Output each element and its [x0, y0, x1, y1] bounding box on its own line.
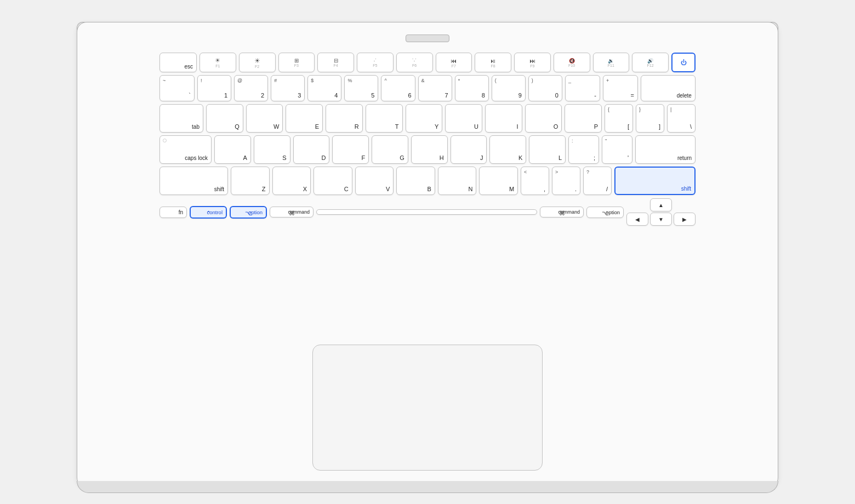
key-quote[interactable]: " '	[602, 135, 632, 164]
key-control[interactable]: ⌃ control	[190, 206, 227, 219]
key-bracketR[interactable]: } ]	[636, 104, 664, 133]
asdf-row: caps lock A S D F G H J K L : ; " '	[159, 135, 696, 164]
key-7[interactable]: & 7	[418, 75, 452, 101]
key-b[interactable]: B	[396, 167, 435, 195]
key-r[interactable]: R	[326, 104, 363, 133]
key-v[interactable]: V	[355, 167, 394, 195]
key-fn[interactable]: fn	[159, 207, 187, 218]
key-f11[interactable]: 🔉 F11	[593, 53, 630, 72]
key-f10[interactable]: 🔇 F10	[554, 53, 590, 72]
key-s[interactable]: S	[254, 135, 290, 164]
keyboard-area: esc ☀ F1 ☀ F2 ⊞ F3 ⊟ F4	[159, 53, 696, 345]
key-8[interactable]: * 8	[455, 75, 489, 101]
key-k[interactable]: K	[489, 135, 526, 164]
key-power[interactable]: ⏻	[671, 53, 696, 72]
arrow-cluster: ▲ ◀ ▼ ▶	[626, 198, 696, 226]
key-space[interactable]	[316, 209, 537, 215]
key-u[interactable]: U	[445, 104, 482, 133]
key-arrow-down[interactable]: ▼	[650, 213, 672, 226]
key-f12[interactable]: 🔊 F12	[632, 53, 669, 72]
laptop-body: esc ☀ F1 ☀ F2 ⊞ F3 ⊟ F4	[77, 22, 778, 488]
key-f9[interactable]: ⏭ F9	[514, 53, 551, 72]
key-0[interactable]: ) 0	[528, 75, 562, 101]
key-n[interactable]: N	[438, 167, 477, 195]
key-a[interactable]: A	[214, 135, 251, 164]
key-command-right[interactable]: ⌘ command	[540, 207, 584, 217]
num-row: ~ ` ! 1 @ 2 # 3 $ 4	[159, 75, 696, 101]
bottom-hinge	[77, 481, 778, 493]
key-g[interactable]: G	[372, 135, 408, 164]
trackpad[interactable]	[312, 345, 543, 471]
key-bracketL[interactable]: { [	[605, 104, 633, 133]
key-x[interactable]: X	[272, 167, 311, 195]
key-arrow-left[interactable]: ◀	[626, 213, 648, 226]
key-4[interactable]: $ 4	[307, 75, 341, 101]
key-z[interactable]: Z	[231, 167, 270, 195]
key-f4[interactable]: ⊟ F4	[317, 53, 354, 72]
key-slash[interactable]: ? /	[583, 167, 612, 195]
key-comma[interactable]: < ,	[521, 167, 549, 195]
key-6[interactable]: ^ 6	[381, 75, 415, 101]
key-w[interactable]: W	[246, 104, 283, 133]
key-o[interactable]: O	[525, 104, 562, 133]
key-semicolon[interactable]: : ;	[568, 135, 599, 164]
key-delete[interactable]: delete	[641, 75, 696, 101]
key-c[interactable]: C	[314, 167, 352, 195]
key-3[interactable]: # 3	[271, 75, 305, 101]
key-f2[interactable]: ☀ F2	[239, 53, 276, 72]
key-f8[interactable]: ⏯ F8	[475, 53, 511, 72]
key-option-left[interactable]: ⌥ option	[230, 206, 267, 219]
key-shift-right[interactable]: shift	[614, 167, 696, 195]
key-minus[interactable]: _ -	[565, 75, 600, 101]
key-1[interactable]: ! 1	[197, 75, 231, 101]
camera-notch	[406, 35, 449, 42]
fn-row: esc ☀ F1 ☀ F2 ⊞ F3 ⊟ F4	[159, 53, 696, 72]
key-arrow-up[interactable]: ▲	[650, 198, 672, 211]
bottom-row: fn ⌃ control ⌥ option ⌘ command ⌘ comma	[159, 198, 696, 226]
key-l[interactable]: L	[529, 135, 566, 164]
key-j[interactable]: J	[451, 135, 487, 164]
key-tab[interactable]: tab	[159, 104, 203, 133]
key-9[interactable]: ( 9	[492, 75, 526, 101]
key-period[interactable]: > .	[552, 167, 580, 195]
key-return[interactable]: return	[635, 135, 696, 164]
key-grave[interactable]: ~ `	[159, 75, 195, 101]
key-q[interactable]: Q	[206, 104, 243, 133]
zxcv-row: shift Z X C V B N M < , > . ?	[159, 167, 696, 195]
laptop-container: esc ☀ F1 ☀ F2 ⊞ F3 ⊟ F4	[49, 11, 806, 493]
key-arrow-right[interactable]: ▶	[674, 213, 696, 226]
key-i[interactable]: I	[485, 104, 522, 133]
key-t[interactable]: T	[366, 104, 403, 133]
key-f3[interactable]: ⊞ F3	[278, 53, 315, 72]
key-h[interactable]: H	[411, 135, 448, 164]
key-m[interactable]: M	[479, 167, 518, 195]
key-f7[interactable]: ⏮ F7	[436, 53, 472, 72]
key-5[interactable]: % 5	[344, 75, 378, 101]
qwerty-row: tab Q W E R T Y U I O P { [ } ]	[159, 104, 696, 133]
key-backslash[interactable]: | \	[667, 104, 696, 133]
key-p[interactable]: P	[565, 104, 602, 133]
key-d[interactable]: D	[293, 135, 330, 164]
key-2[interactable]: @ 2	[234, 75, 268, 101]
key-f5[interactable]: ·˙ F5	[357, 53, 394, 72]
key-command-left[interactable]: ⌘ command	[270, 207, 314, 217]
key-esc[interactable]: esc	[159, 53, 197, 72]
key-capslock[interactable]: caps lock	[159, 135, 212, 164]
key-f1[interactable]: ☀ F1	[200, 53, 236, 72]
key-f6[interactable]: ˙·˙ F6	[396, 53, 433, 72]
key-y[interactable]: Y	[406, 104, 443, 133]
key-e[interactable]: E	[286, 104, 323, 133]
key-equal[interactable]: + =	[603, 75, 638, 101]
key-option-right[interactable]: ⌥ option	[586, 207, 624, 218]
key-shift-left[interactable]: shift	[159, 167, 228, 195]
key-f[interactable]: F	[332, 135, 369, 164]
